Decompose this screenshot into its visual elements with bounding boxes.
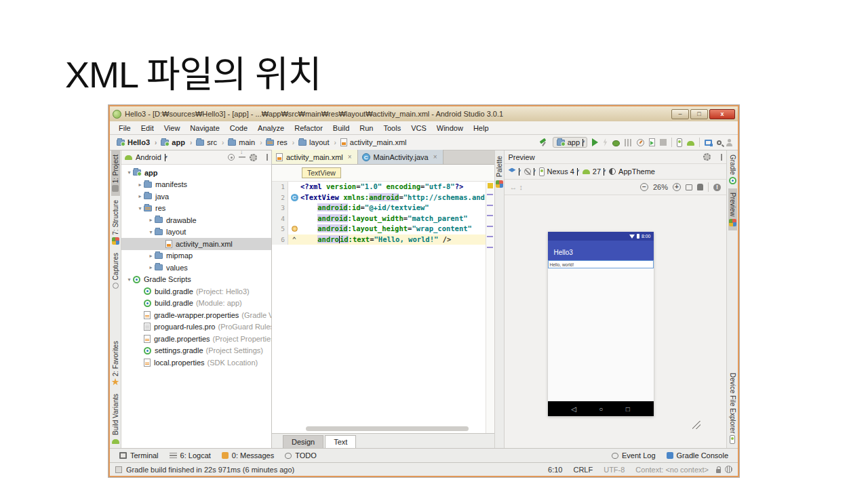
line-separator[interactable]: CRLF [570, 466, 596, 474]
tree-item[interactable]: activity_main.xml [121, 238, 271, 250]
hide-panel-icon[interactable] [261, 154, 268, 161]
tree-item[interactable]: build.gradle(Module: app) [121, 298, 271, 310]
stripe-mark[interactable] [487, 236, 493, 237]
chevron-down-icon[interactable]: ▾ [165, 154, 165, 161]
tool-stripe-tab-gradle[interactable]: Gradle [728, 150, 737, 188]
menu-item-code[interactable]: Code [225, 123, 252, 134]
apply-changes-icon[interactable] [603, 138, 608, 146]
window-titlebar[interactable]: Hello3 - [D:₩sources₩Hello3] - [app] - .… [110, 106, 738, 121]
api-level-select[interactable]: 27 ▾ [583, 167, 604, 176]
search-icon[interactable] [717, 140, 722, 145]
file-encoding[interactable]: UTF-8 [600, 466, 628, 474]
breadcrumb-item[interactable]: main› [226, 138, 263, 147]
horizontal-scrollbar[interactable] [306, 426, 469, 431]
profile-icon[interactable] [625, 139, 632, 146]
fold-icon[interactable]: ⌃ [292, 235, 296, 245]
tree-item[interactable]: ▸values [121, 262, 271, 274]
minimize-button[interactable]: – [671, 109, 689, 119]
menu-item-analyze[interactable]: Analyze [253, 123, 289, 134]
breadcrumb-item[interactable]: Hello3› [115, 138, 158, 147]
phone-textview[interactable]: Hello, world! [548, 260, 654, 268]
tool-stripe-tab-build-variants[interactable]: Build Variants [111, 390, 120, 448]
gear-icon[interactable] [250, 154, 257, 161]
menu-item-edit[interactable]: Edit [136, 123, 159, 134]
lock-icon[interactable] [716, 469, 721, 473]
notifications-icon[interactable] [725, 466, 732, 473]
zoom-in-icon[interactable]: + [673, 183, 681, 191]
menu-item-vcs[interactable]: VCS [406, 123, 431, 134]
code-editor[interactable]: 1<?xml version="1.0" encoding="utf-8"?>2… [272, 182, 494, 433]
menu-item-run[interactable]: Run [355, 123, 378, 134]
attach-debugger-icon[interactable] [705, 140, 712, 146]
maximize-button[interactable]: □ [690, 109, 708, 119]
tree-expand-icon[interactable]: ▾ [125, 277, 133, 283]
debug-icon[interactable] [612, 140, 620, 146]
tree-item[interactable]: gradle-wrapper.properties(Gradle Version… [121, 309, 271, 321]
tool-stripe-tab-device-file-explorer[interactable]: Device File Explorer [728, 369, 737, 448]
class-gutter-icon[interactable]: C [291, 194, 298, 201]
tree-expand-icon[interactable]: ▸ [136, 182, 144, 188]
sdk-manager-icon[interactable] [687, 141, 694, 146]
locate-file-icon[interactable] [228, 154, 235, 161]
menu-item-help[interactable]: Help [469, 123, 494, 134]
caret-position[interactable]: 6:10 [545, 466, 566, 474]
menu-item-navigate[interactable]: Navigate [185, 123, 224, 134]
run-config-select[interactable]: app ▾ [553, 137, 587, 148]
close-icon[interactable]: × [433, 153, 437, 161]
gear-icon[interactable] [703, 153, 711, 161]
menu-item-tools[interactable]: Tools [378, 123, 406, 134]
tree-expand-icon[interactable]: ▸ [136, 193, 144, 199]
breadcrumb-item[interactable]: layout› [297, 138, 338, 147]
zoom-out-icon[interactable]: − [640, 183, 648, 191]
tree-expand-icon[interactable]: ▾ [147, 229, 155, 235]
theme-select[interactable]: AppTheme [609, 167, 655, 176]
tree-item[interactable]: proguard-rules.pro(ProGuard Rules for [121, 321, 271, 333]
error-stripe[interactable] [486, 182, 494, 433]
context-indicator[interactable]: Context: <no context> [632, 466, 712, 474]
phone-preview[interactable]: 8:00 Hello3 Hello, world! ◁ ○ □ [548, 232, 654, 416]
tool-stripe-tab-captures[interactable]: Captures [111, 249, 120, 293]
tree-item[interactable]: local.properties(SDK Location) [121, 357, 271, 369]
tool-stripe-tab-7-structure[interactable]: 7: Structure [111, 196, 120, 249]
tree-item[interactable]: gradle.properties(Project Properties) [121, 333, 271, 345]
tool-window-button-gradle-console[interactable]: Gradle Console [667, 451, 728, 460]
tree-expand-icon[interactable]: ▸ [147, 264, 155, 270]
tool-window-button-0-messages[interactable]: 0: Messages [222, 451, 274, 460]
resize-handle-icon[interactable] [692, 421, 701, 429]
tool-stripe-tab-1-project[interactable]: 1: Project [111, 150, 120, 196]
tree-item[interactable]: ▸java [121, 190, 271, 203]
orientation-select[interactable]: ▾ [524, 168, 534, 176]
tree-item[interactable]: ▸manifests [121, 179, 271, 191]
recents-icon[interactable]: □ [626, 405, 630, 413]
tree-expand-icon[interactable]: ▾ [136, 205, 144, 211]
breadcrumb-item[interactable]: res› [264, 138, 296, 147]
stripe-mark[interactable] [487, 215, 493, 216]
preview-canvas[interactable]: 8:00 Hello3 Hello, world! ◁ ○ □ [505, 195, 727, 448]
user-icon[interactable] [726, 143, 732, 146]
tool-stripe-tab-2-favorites[interactable]: 2: Favorites [111, 337, 120, 390]
editor-tab[interactable]: CMainActivity.java× [358, 150, 443, 164]
attach-profiler-icon[interactable] [637, 139, 644, 146]
tree-item[interactable]: ▾layout [121, 226, 271, 239]
tree-item[interactable]: ▾Gradle Scripts [121, 274, 271, 286]
tree-item[interactable]: build.gradle(Project: Hello3) [121, 285, 271, 298]
project-view-select[interactable]: Android [136, 153, 161, 161]
tree-item[interactable]: ▸drawable [121, 214, 271, 226]
tree-expand-icon[interactable]: ▾ [125, 169, 133, 176]
device-select[interactable]: Nexus 4 ▾ [539, 167, 578, 176]
build-hammer-icon[interactable] [540, 138, 548, 146]
warning-marker-icon[interactable] [488, 183, 493, 188]
stripe-mark[interactable] [487, 226, 493, 227]
menu-item-refactor[interactable]: Refactor [290, 123, 328, 134]
hide-panel-icon[interactable] [715, 154, 722, 161]
stripe-mark[interactable] [487, 194, 493, 195]
tree-expand-icon[interactable]: ▸ [147, 253, 155, 259]
stop-icon[interactable] [660, 139, 667, 146]
run-attach-icon[interactable] [649, 138, 655, 146]
breadcrumb-chip[interactable]: TextView [302, 167, 341, 178]
collapse-all-icon[interactable] [239, 154, 245, 161]
tool-stripe-tab-preview[interactable]: Preview [728, 188, 737, 230]
editor-tab[interactable]: activity_main.xml× [272, 150, 358, 164]
tree-expand-icon[interactable]: ▸ [147, 217, 155, 223]
breadcrumb-item[interactable]: app› [159, 138, 193, 147]
